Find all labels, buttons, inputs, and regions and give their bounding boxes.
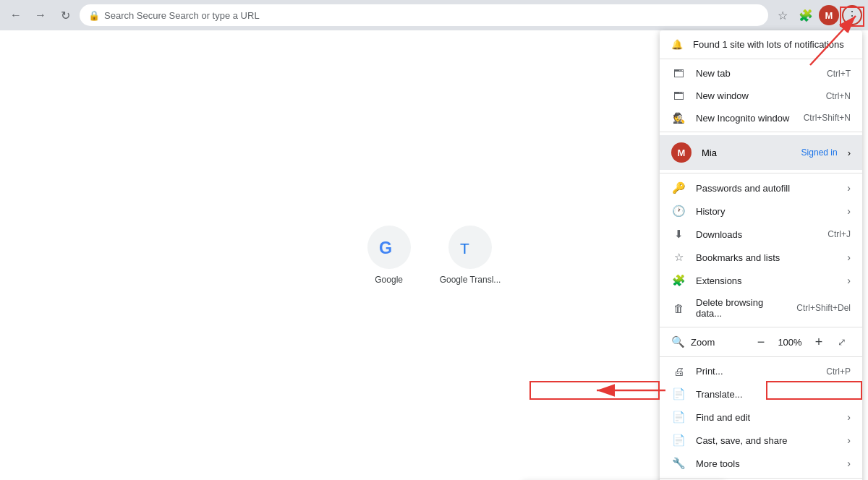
browser-toolbar: ← → ↻ 🔒 Search Secure Search or type a U… — [0, 0, 868, 30]
more-tools-arrow: › — [847, 458, 851, 469]
translate-shortcut-label: Google Transl... — [440, 275, 501, 285]
menu-bookmarks[interactable]: ☆ Bookmarks and lists › — [660, 246, 862, 269]
incognito-icon: 🕵 — [671, 112, 686, 124]
find-arrow: › — [847, 411, 851, 423]
incognito-label: New Incognito window — [696, 113, 793, 124]
profile-arrow: › — [848, 147, 851, 158]
menu-new-tab[interactable]: 🗔 New tab Ctrl+T — [660, 62, 862, 85]
delete-shortcut: Ctrl+Shift+Del — [796, 303, 851, 313]
zoom-row: 🔍 Zoom − 100% + ⤢ — [660, 330, 862, 353]
new-tab-icon: 🗔 — [671, 67, 686, 80]
menu-new-incognito[interactable]: 🕵 New Incognito window Ctrl+Shift+N — [660, 107, 862, 129]
passwords-icon: 🔑 — [671, 181, 686, 194]
extensions-menu-icon: 🧩 — [671, 274, 686, 287]
find-label: Find and edit — [696, 412, 834, 423]
print-label: Print... — [696, 366, 816, 377]
profile-status: Signed in — [801, 147, 838, 158]
address-bar[interactable]: 🔒 Search Secure Search or type a URL — [80, 4, 768, 26]
profile-avatar: M — [671, 142, 692, 163]
address-text: Search Secure Search or type a URL — [104, 10, 260, 21]
new-tab-label: New tab — [696, 68, 817, 79]
history-label: History — [696, 206, 834, 217]
print-icon: 🖨 — [671, 365, 686, 377]
more-tools-icon: 🔧 — [671, 457, 686, 470]
incognito-shortcut: Ctrl+Shift+N — [804, 113, 851, 123]
new-window-label: New window — [696, 90, 816, 101]
forward-button[interactable]: → — [30, 5, 51, 25]
zoom-icon: 🔍 — [671, 335, 685, 348]
extensions-button[interactable]: 🧩 — [796, 5, 816, 25]
zoom-label: Zoom — [691, 337, 746, 348]
new-window-shortcut: Ctrl+N — [826, 91, 851, 101]
star-button[interactable]: ☆ — [773, 5, 793, 25]
divider-1 — [660, 59, 862, 59]
history-icon: 🕐 — [671, 205, 686, 218]
fullscreen-button[interactable]: ⤢ — [833, 333, 851, 351]
translate-shortcut-icon: T — [448, 226, 492, 269]
divider-5 — [660, 356, 862, 357]
bookmarks-icon: ☆ — [671, 251, 686, 264]
menu-extensions[interactable]: 🧩 Extensions › — [660, 269, 862, 292]
menu-notification: 🔔 Found 1 site with lots of notification… — [660, 33, 862, 56]
translate-icon: 📄 — [671, 387, 686, 400]
google-shortcut[interactable]: G Google — [367, 226, 411, 285]
new-window-icon: 🗔 — [671, 90, 686, 102]
new-tab-shortcut: Ctrl+T — [827, 69, 851, 79]
more-tools-label: More tools — [696, 458, 834, 469]
zoom-value: 100% — [775, 337, 804, 348]
divider-6 — [660, 478, 862, 479]
toolbar-icons: ☆ 🧩 M ⋮ — [773, 5, 862, 25]
divider-3 — [660, 173, 862, 173]
passwords-arrow: › — [847, 182, 851, 194]
zoom-minus-button[interactable]: − — [752, 333, 770, 351]
delete-icon: 🗑 — [671, 302, 686, 314]
downloads-label: Downloads — [696, 229, 817, 240]
notification-text: Found 1 site with lots of notifications — [693, 39, 844, 50]
bookmarks-arrow: › — [847, 252, 851, 263]
lock-icon: 🔒 — [88, 10, 100, 21]
downloads-icon: ⬇ — [671, 228, 686, 241]
menu-translate[interactable]: 📄 Translate... — [660, 382, 862, 406]
profile-name: Mia — [702, 147, 791, 158]
menu-downloads[interactable]: ⬇ Downloads Ctrl+J — [660, 223, 862, 246]
chrome-menu: 🔔 Found 1 site with lots of notification… — [660, 30, 862, 480]
menu-new-window[interactable]: 🗔 New window Ctrl+N — [660, 85, 862, 107]
svg-text:T: T — [460, 240, 469, 257]
delete-label: Delete browsing data... — [696, 297, 786, 319]
divider-2 — [660, 132, 862, 132]
history-arrow: › — [847, 205, 851, 217]
zoom-controls: − 100% + ⤢ — [752, 333, 851, 351]
avatar-button[interactable]: M — [819, 5, 839, 25]
svg-text:G: G — [379, 239, 392, 257]
google-shortcut-label: Google — [375, 275, 403, 285]
menu-passwords[interactable]: 🔑 Passwords and autofill › — [660, 176, 862, 200]
translate-shortcut[interactable]: T Google Transl... — [440, 226, 501, 285]
menu-dots-button[interactable]: ⋮ — [842, 5, 862, 25]
divider-4 — [660, 327, 862, 327]
menu-print[interactable]: 🖨 Print... Ctrl+P — [660, 360, 862, 382]
menu-cast-save[interactable]: 📄 Cast, save, and share › — [660, 429, 862, 452]
cast-icon: 📄 — [671, 434, 686, 447]
zoom-plus-button[interactable]: + — [810, 333, 827, 351]
downloads-shortcut: Ctrl+J — [827, 229, 851, 239]
cast-label: Cast, save, and share — [696, 435, 834, 446]
notification-icon: 🔔 — [671, 39, 683, 50]
menu-delete-browsing[interactable]: 🗑 Delete browsing data... Ctrl+Shift+Del — [660, 292, 862, 324]
print-shortcut: Ctrl+P — [826, 367, 851, 377]
extensions-label: Extensions — [696, 275, 834, 286]
menu-find-edit[interactable]: 📄 Find and edit › — [660, 406, 862, 429]
translate-label: Translate... — [696, 389, 851, 400]
back-button[interactable]: ← — [6, 5, 26, 25]
find-icon: 📄 — [671, 411, 686, 424]
extensions-arrow: › — [847, 275, 851, 286]
bookmarks-label: Bookmarks and lists — [696, 252, 834, 263]
passwords-label: Passwords and autofill — [696, 183, 834, 194]
profile-row[interactable]: M Mia Signed in › — [660, 135, 862, 170]
menu-more-tools[interactable]: 🔧 More tools › — [660, 452, 862, 475]
cast-arrow: › — [847, 434, 851, 446]
refresh-button[interactable]: ↻ — [55, 5, 75, 25]
menu-history[interactable]: 🕐 History › — [660, 200, 862, 223]
google-shortcut-icon: G — [367, 226, 411, 269]
